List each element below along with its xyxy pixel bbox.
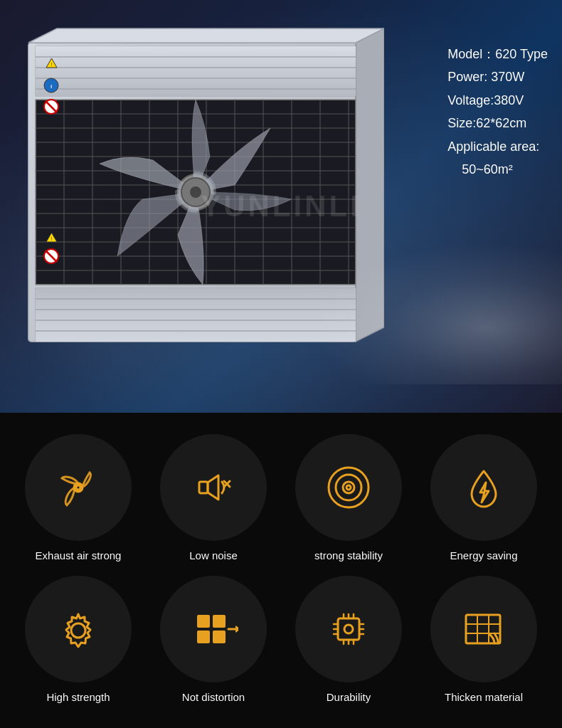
features-grid: Exhaust air strong Low noise [14,434,548,703]
svg-rect-75 [213,615,226,628]
feature-circle-strength [25,576,132,682]
feature-circle-exhaust [25,434,132,541]
gear-icon [53,604,103,654]
svg-marker-79 [235,626,238,633]
distortion-icon [189,604,238,654]
fan-image: ! i ! [14,21,398,399]
feature-label-durability: Durability [327,691,371,703]
svg-point-46 [190,186,201,198]
feature-circle-thicken [430,576,537,682]
durability-icon [324,604,373,654]
feature-label-stability: strong stability [314,549,383,561]
spec-applicable: Applicable area: [447,135,548,158]
svg-point-71 [343,482,354,493]
svg-point-65 [76,485,80,490]
feature-label-energy: Energy saving [450,549,517,561]
svg-point-72 [346,485,351,490]
feature-label-thicken: Thicken material [445,691,523,703]
svg-rect-74 [197,615,210,628]
specs-panel: Model：620 Type Power: 370W Voltage:380V … [447,43,548,181]
spec-area: 50~60m² [447,158,548,181]
feature-label-exhaust: Exhaust air strong [36,549,122,561]
feature-thicken: Thicken material [420,576,548,703]
svg-rect-80 [338,618,359,640]
target-icon [324,463,373,512]
svg-rect-66 [199,482,208,493]
spec-size: Size:62*62cm [447,112,548,134]
speaker-icon [189,463,238,512]
feature-label-strength: High strength [46,691,110,703]
feature-stability: strong stability [285,434,413,561]
svg-rect-77 [213,631,226,643]
feature-distortion: Not distortion [149,576,277,703]
svg-point-70 [336,475,361,500]
spec-voltage: Voltage:380V [447,89,548,112]
svg-text:!: ! [51,236,53,241]
svg-text:i: i [51,83,52,90]
svg-marker-2 [356,28,384,342]
fan-icon [53,463,103,512]
feature-circle-stability [295,434,402,541]
svg-rect-94 [466,615,500,643]
feature-label-noise: Low noise [189,549,238,561]
feature-energy: Energy saving [420,434,548,561]
feature-strength: High strength [14,576,142,703]
feature-label-distortion: Not distortion [182,691,245,703]
energy-icon [459,463,509,512]
thicken-icon [459,604,509,654]
svg-rect-12 [36,43,356,44]
feature-noise: Low noise [149,434,277,561]
svg-rect-76 [197,631,210,643]
feature-exhaust: Exhaust air strong [14,434,142,561]
feature-circle-noise [160,434,267,541]
svg-text:!: ! [51,62,53,67]
svg-marker-3 [28,28,384,43]
svg-point-69 [329,468,369,507]
features-section: Exhaust air strong Low noise [0,413,562,728]
feature-circle-durability [295,576,402,682]
svg-point-73 [71,623,85,638]
svg-point-93 [344,625,353,633]
spec-power: Power: 370W [447,65,548,88]
product-image-section: ! i ! [0,0,562,413]
svg-rect-48 [36,288,356,342]
spec-model: Model：620 Type [447,43,548,65]
feature-circle-distortion [160,576,267,682]
feature-durability: Durability [285,576,413,703]
feature-circle-energy [430,434,537,541]
